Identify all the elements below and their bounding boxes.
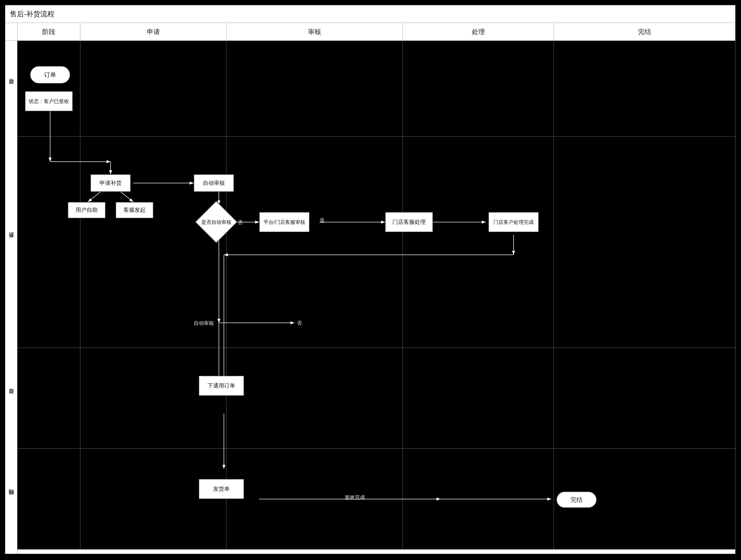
cell-r4-stage <box>17 449 80 549</box>
diagram-area: 订单 售后 订单 履约 <box>5 41 735 554</box>
cell-r4-apply <box>80 449 226 549</box>
column-headers: 阶段 申请 审核 处理 完结 <box>5 23 735 41</box>
cell-r2-stage <box>17 136 80 348</box>
row-labels: 订单 售后 订单 履约 <box>5 41 17 554</box>
cell-r4-process <box>403 449 554 549</box>
col-header-apply: 申请 <box>80 23 226 41</box>
cell-r1-apply <box>80 41 226 136</box>
swimlane-row-aftersale <box>17 136 735 348</box>
swimlane-row-order2 <box>17 348 735 449</box>
row-label-order1: 订单 <box>5 41 17 136</box>
cell-r2-process <box>403 136 554 348</box>
cell-r2-apply <box>80 136 226 348</box>
swimlane-row-shipment <box>17 449 735 549</box>
page-title: 售后-补货流程 <box>10 9 54 19</box>
row-label-order2: 订单 <box>5 348 17 449</box>
cell-r1-stage <box>17 41 80 136</box>
cell-r4-review <box>226 449 403 549</box>
cell-r3-complete <box>554 348 735 448</box>
cell-r4-complete <box>554 449 735 549</box>
cell-r3-review <box>226 348 403 448</box>
col-header-stage: 阶段 <box>17 23 80 41</box>
row-label-aftersale: 售后 <box>5 136 17 348</box>
cell-r3-process <box>403 348 554 448</box>
cell-r2-complete <box>554 136 735 348</box>
main-window: 售后-补货流程 阶段 申请 审核 处理 完结 订单 <box>5 5 735 554</box>
col-header-complete: 完结 <box>554 23 735 41</box>
cell-r1-complete <box>554 41 735 136</box>
cell-r3-stage <box>17 348 80 448</box>
row-label-shipment: 履约 <box>5 449 17 549</box>
cell-r1-process <box>403 41 554 136</box>
cell-r1-review <box>226 41 403 136</box>
cell-r3-apply <box>80 348 226 448</box>
swimlane-grid <box>17 41 735 554</box>
swimlane-row-order1 <box>17 41 735 136</box>
col-header-review: 审核 <box>226 23 403 41</box>
title-bar: 售后-补货流程 <box>5 5 735 23</box>
cell-r2-review <box>226 136 403 348</box>
col-header-process: 处理 <box>403 23 554 41</box>
